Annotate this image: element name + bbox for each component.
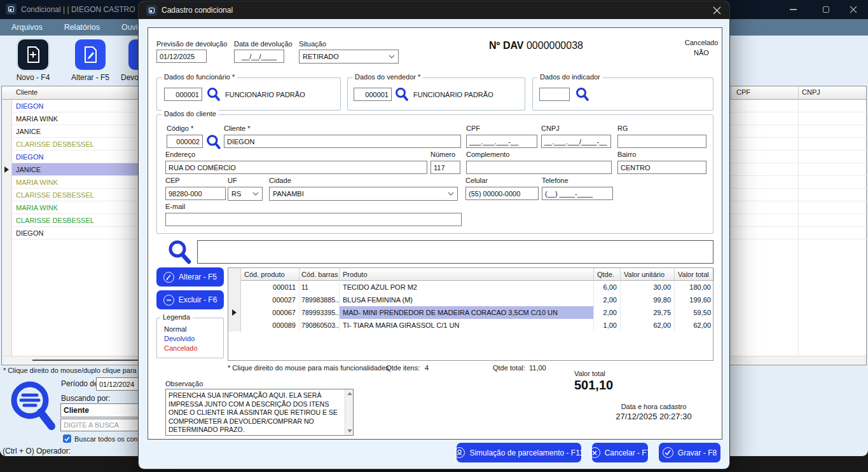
cidade-select[interactable]: PANAMBI (269, 187, 458, 201)
observacao-scrollbar[interactable] (345, 389, 353, 435)
row-selected-arrow-icon (232, 309, 237, 316)
excluir-item-button[interactable]: Excluir - F6 (156, 290, 224, 309)
item-row-selected[interactable]: 000067 789993395... MAD- MINI PRENDEDOR … (228, 306, 713, 319)
product-search-input[interactable] (197, 240, 713, 264)
scroll-up-icon[interactable] (345, 389, 354, 398)
uf-select[interactable]: RS (228, 187, 263, 201)
bairro-input[interactable]: CENTRO (617, 161, 706, 174)
menu-relatorios[interactable]: Relatórios (64, 23, 100, 32)
email-label: E-mail (165, 203, 185, 210)
indicador-legend: Dados do indicador (537, 73, 603, 81)
previsao-input[interactable]: 01/12/2025 (156, 50, 207, 63)
cliente-search-icon[interactable] (205, 133, 222, 150)
vendedor-code-input[interactable]: 000001 (354, 88, 392, 101)
codigo-input[interactable]: 000002 (167, 135, 203, 148)
search-by-select[interactable]: Cliente (60, 403, 142, 417)
cnpj-input[interactable]: __.___.___/____-__ (541, 135, 611, 148)
row-selected-arrow-icon (4, 166, 9, 173)
product-search-icon[interactable] (167, 239, 193, 266)
edit-document-icon (81, 45, 99, 64)
list-hint: * Clique direito do mouse/duplo clique p… (3, 367, 139, 374)
funcionario-search-icon[interactable] (206, 86, 221, 102)
qtde-itens-value: 4 (425, 364, 429, 372)
simulacao-button[interactable]: Simulação de parcelamento - F11 (457, 443, 581, 462)
alterar-item-button[interactable]: Alterar - F5 (156, 267, 224, 287)
codigo-label: Código * (167, 125, 193, 132)
cadastro-value: 27/12/2025 20:27:30 (590, 412, 717, 421)
vendedor-legend: Dados do vendedor * (352, 73, 423, 81)
complemento-input[interactable] (466, 161, 612, 174)
column-cpf[interactable]: CPF (736, 88, 750, 96)
observacao-textarea[interactable]: PREENCHA SUA INFORMAÇÃO AQUI. ELA SERÁ I… (165, 389, 354, 436)
save-check-icon (663, 447, 673, 458)
new-document-icon (24, 45, 42, 64)
endereco-input[interactable]: RUA DO COMÉRCIO (165, 161, 427, 174)
rg-input[interactable] (617, 135, 706, 148)
data-devolucao-label: Data de devolução (234, 40, 293, 48)
indicador-code-input[interactable] (539, 88, 570, 101)
items-table: Cód. produto Cód. barras Produto Qtde. V… (228, 267, 713, 361)
data-devolucao-input[interactable]: __/__/____ (234, 50, 284, 63)
qtde-itens-label: Qtde itens: (386, 364, 420, 372)
indicador-search-icon[interactable] (575, 86, 590, 102)
row-header-column (2, 86, 12, 356)
cep-input[interactable]: 98280-000 (165, 187, 226, 200)
observacao-text: PREENCHA SUA INFORMAÇÃO AQUI. ELA SERÁ I… (169, 391, 341, 435)
qtde-total-label: Qtde total: (493, 364, 525, 372)
valor-total-value: 501,10 (574, 378, 613, 393)
bairro-label: Bairro (617, 151, 636, 158)
search-placeholder: DIGITE A BUSCA (64, 421, 119, 429)
cpf-label: CPF (466, 125, 480, 132)
item-row[interactable]: 000027 789983885... BLUSA FEMININA (M) 2… (228, 293, 713, 306)
filter-search-icon[interactable] (8, 379, 59, 434)
telefone-label: Telefone (542, 177, 568, 184)
modal-app-icon (146, 5, 157, 16)
funcionario-code-input[interactable]: 000001 (164, 88, 202, 101)
cadastro-label: Data e hora cadastro (590, 403, 717, 410)
app-icon (6, 4, 17, 15)
cep-label: CEP (165, 177, 180, 184)
cliente-input[interactable]: DIEGON (224, 135, 461, 148)
menu-arquivos[interactable]: Arquivos (11, 23, 43, 32)
observacao-label: Observação (165, 380, 203, 388)
item-row[interactable]: 000089 790860503... TI- TIARA MARIA GIRA… (228, 319, 713, 332)
vendedor-search-icon[interactable] (394, 86, 410, 102)
close-button[interactable] (839, 0, 868, 19)
chevron-down-icon (448, 192, 454, 196)
period-label: Período de (61, 379, 99, 388)
column-cliente[interactable]: Cliente (16, 88, 38, 96)
alterar-toolbar-button[interactable] (75, 39, 106, 70)
items-hint: * Clique direito do mouse para mais func… (228, 364, 389, 372)
previsao-label: Previsão de devolução (156, 40, 227, 48)
cancelado-label: Cancelado (670, 39, 733, 46)
search-all-checkbox[interactable] (63, 435, 71, 443)
item-row[interactable]: 000011 11 TECIDO AZUL POR M2 6,00 30,00 … (228, 281, 713, 293)
celular-input[interactable]: (55) 00000-0000 (465, 187, 539, 200)
situacao-select[interactable]: RETIRADO (299, 50, 399, 64)
cadastro-block: Data e hora cadastro 27/12/2025 20:27:30 (590, 403, 717, 421)
numero-input[interactable]: 117 (431, 161, 460, 174)
edit-icon (163, 272, 174, 283)
cpf-input[interactable]: ___.___.___-__ (466, 135, 537, 148)
chevron-down-icon (252, 192, 259, 196)
celular-label: Celular (465, 177, 488, 184)
gravar-button[interactable]: Gravar - F8 (659, 443, 720, 462)
rg-label: RG (617, 125, 628, 132)
email-input[interactable] (165, 213, 462, 226)
minimize-button[interactable] (778, 0, 808, 19)
cancel-icon (589, 447, 600, 458)
legenda-normal: Normal (164, 325, 186, 333)
scroll-down-icon[interactable] (345, 427, 354, 435)
search-input[interactable]: DIGITE A BUSCA (60, 419, 142, 431)
main-window-title: Condicional | | DIEGON CASTRO (21, 5, 135, 14)
cancelar-button[interactable]: Cancelar - F7 (592, 443, 648, 462)
maximize-button[interactable] (811, 0, 841, 19)
telefone-input[interactable]: (__) ____-____ (542, 187, 613, 200)
dav-value: 0000000038 (527, 40, 583, 51)
legenda-cancelado: Cancelado (164, 344, 198, 352)
period-input[interactable]: 01/12/2024 (96, 377, 141, 391)
column-cnpj[interactable]: CNPJ (802, 88, 820, 96)
modal-close-icon[interactable] (713, 6, 721, 15)
scrollbar-thumb[interactable] (32, 360, 150, 361)
novo-button[interactable] (18, 39, 48, 70)
